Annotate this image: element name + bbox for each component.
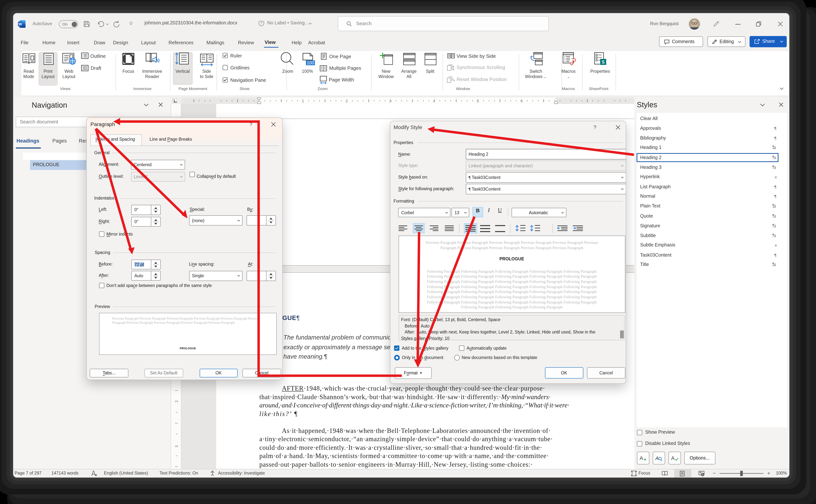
svg-text:A: A: [655, 455, 659, 461]
svg-text:S: S: [602, 59, 605, 65]
svg-text:A: A: [671, 455, 675, 461]
svg-text:?: ?: [260, 22, 262, 25]
svg-text:2: 2: [345, 99, 347, 103]
svg-text:100: 100: [307, 60, 314, 65]
svg-text:W: W: [18, 22, 22, 26]
svg-text:3: 3: [389, 99, 391, 103]
svg-text:6: 6: [521, 99, 523, 103]
svg-text:3: 3: [174, 445, 179, 447]
svg-text:1: 1: [302, 99, 304, 103]
svg-text:A: A: [640, 455, 643, 461]
svg-text:2: 2: [174, 400, 179, 402]
svg-text:5: 5: [477, 99, 479, 103]
svg-text:4: 4: [433, 99, 435, 103]
